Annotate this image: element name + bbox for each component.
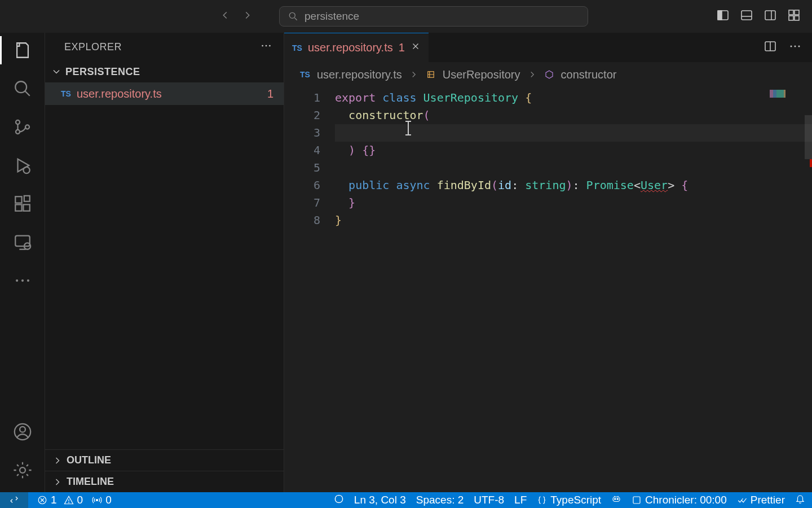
nav-forward-icon[interactable]: [241, 9, 254, 24]
svg-rect-45: [633, 497, 640, 503]
svg-rect-19: [24, 196, 29, 202]
breadcrumb-lang-badge: TS: [300, 70, 310, 79]
tab-file-name: user.repository.ts: [308, 41, 393, 54]
svg-point-34: [795, 46, 796, 47]
folder-name: PERSISTENCE: [65, 66, 140, 78]
overflow-icon[interactable]: [13, 271, 32, 292]
chevron-right-icon: [527, 69, 537, 80]
file-name: user.repository.ts: [77, 87, 162, 100]
run-debug-icon[interactable]: [13, 156, 32, 177]
compass-icon[interactable]: [334, 494, 344, 507]
svg-rect-7: [789, 10, 793, 15]
error-marker[interactable]: [810, 159, 812, 167]
tab-error-count: 1: [399, 41, 405, 54]
chevron-right-icon: [52, 455, 63, 466]
source-control-icon[interactable]: [13, 117, 32, 139]
chronicler-button[interactable]: Chronicler: 00:00: [632, 494, 727, 506]
search-icon: [288, 11, 299, 22]
encoding[interactable]: UTF-8: [474, 494, 504, 506]
class-icon: [426, 69, 436, 80]
svg-rect-17: [15, 204, 21, 211]
svg-point-12: [15, 120, 19, 124]
outline-section[interactable]: OUTLINE: [45, 449, 284, 471]
remote-button[interactable]: [0, 492, 28, 508]
cursor-position[interactable]: Ln 3, Col 3: [354, 494, 406, 506]
svg-rect-16: [15, 196, 21, 203]
svg-point-15: [23, 167, 29, 173]
file-error-count: 1: [267, 87, 273, 100]
svg-rect-9: [789, 16, 793, 20]
braces-icon: [537, 495, 547, 505]
chevron-down-icon: [51, 66, 62, 77]
scrollbar-thumb[interactable]: [805, 115, 812, 159]
error-count: 1: [51, 494, 57, 506]
ports-count: 0: [105, 494, 112, 506]
minimap[interactable]: [770, 90, 805, 98]
svg-point-35: [798, 46, 800, 47]
copilot-icon[interactable]: [611, 494, 621, 507]
svg-point-27: [20, 467, 25, 473]
toggle-primary-sidebar-icon[interactable]: [716, 8, 730, 24]
svg-point-30: [269, 45, 271, 46]
outline-label: OUTLINE: [67, 454, 111, 466]
split-editor-icon[interactable]: [764, 40, 777, 55]
editor-area: TS user.repository.ts 1 TS user.reposito…: [284, 33, 812, 492]
command-center-search[interactable]: persistence: [279, 6, 588, 27]
svg-point-43: [615, 498, 616, 499]
toggle-secondary-sidebar-icon[interactable]: [764, 8, 777, 24]
svg-rect-5: [765, 11, 775, 20]
svg-point-24: [27, 279, 29, 282]
line-gutter: 1 2 3 4 5 6 7 8: [284, 87, 335, 492]
svg-point-41: [335, 495, 343, 503]
svg-point-0: [289, 12, 295, 18]
timeline-section[interactable]: TIMELINE: [45, 471, 284, 492]
language-mode[interactable]: TypeScript: [537, 494, 601, 506]
indentation[interactable]: Spaces: 2: [416, 494, 464, 506]
svg-rect-20: [15, 236, 30, 246]
svg-rect-10: [795, 16, 799, 20]
code-editor[interactable]: 1 2 3 4 5 6 7 8 export class UserReposit…: [284, 87, 812, 492]
breadcrumb[interactable]: TS user.repository.ts UserRepository con…: [284, 62, 812, 87]
error-icon: [37, 495, 47, 505]
timeline-label: TIMELINE: [67, 476, 114, 488]
settings-gear-icon[interactable]: [13, 461, 32, 482]
svg-point-29: [266, 45, 267, 46]
nav-back-icon[interactable]: [219, 9, 231, 24]
svg-point-26: [20, 427, 25, 432]
explorer-icon[interactable]: [13, 41, 32, 62]
code-content: export class UserRepository { constructo…: [335, 87, 812, 492]
chevron-right-icon: [409, 69, 419, 80]
chevron-right-icon: [52, 476, 63, 488]
warning-count: 0: [77, 494, 83, 506]
svg-rect-18: [23, 204, 29, 211]
svg-point-40: [96, 500, 98, 501]
method-icon: [544, 69, 554, 80]
svg-point-39: [68, 502, 69, 503]
toggle-panel-icon[interactable]: [740, 8, 753, 24]
search-text: persistence: [304, 10, 359, 23]
file-row[interactable]: TS user.repository.ts 1: [45, 82, 284, 105]
folder-header[interactable]: PERSISTENCE: [45, 61, 284, 82]
eol[interactable]: LF: [514, 494, 527, 506]
tab-close-button[interactable]: [411, 41, 421, 54]
ports-button[interactable]: 0: [92, 494, 112, 506]
svg-point-11: [15, 81, 27, 93]
editor-tab[interactable]: TS user.repository.ts 1: [284, 33, 429, 62]
bell-icon[interactable]: [795, 494, 805, 507]
explorer-more-icon[interactable]: [260, 40, 272, 55]
customize-layout-icon[interactable]: [787, 8, 801, 24]
problems-button[interactable]: 1 0: [37, 494, 83, 506]
remote-explorer-icon[interactable]: [13, 233, 32, 254]
explorer-header: EXPLORER: [45, 33, 284, 61]
double-check-icon: [737, 495, 747, 505]
svg-point-14: [25, 125, 29, 129]
tab-lang-badge: TS: [292, 43, 302, 52]
accounts-icon[interactable]: [13, 422, 32, 444]
svg-point-28: [262, 45, 263, 46]
prettier-button[interactable]: Prettier: [737, 494, 785, 506]
title-bar: persistence: [0, 0, 812, 33]
editor-more-icon[interactable]: [788, 40, 802, 55]
search-activity-icon[interactable]: [13, 79, 32, 100]
record-icon: [632, 495, 642, 505]
extensions-icon[interactable]: [13, 194, 32, 216]
